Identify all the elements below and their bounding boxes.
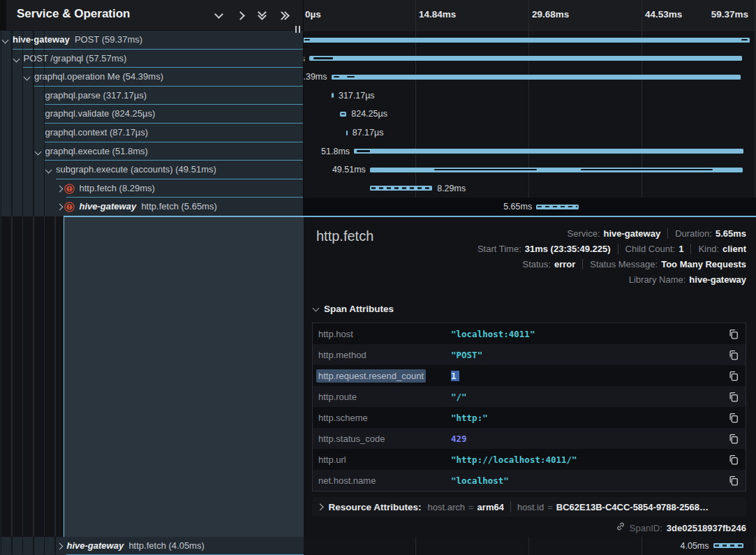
timeline-tick: 44.53ms bbox=[645, 9, 682, 20]
span-detail-panel: http.fetch Service:hive-gatewayDuration:… bbox=[304, 217, 756, 537]
tree-row[interactable]: subgraph.execute (accounts) (49.51ms) bbox=[0, 161, 304, 179]
meta-value: 5.65ms bbox=[716, 228, 746, 239]
resource-attribute: host.arch=arm64 bbox=[428, 502, 504, 512]
attribute-key: http.url bbox=[318, 454, 451, 465]
span-duration-label: 87.17µs bbox=[353, 128, 384, 138]
resource-attributes-row[interactable]: Resource Attributes: host.arch=arm64host… bbox=[312, 497, 746, 517]
span-attributes-header[interactable]: Span Attributes bbox=[313, 304, 394, 314]
meta-line: Start Time:31ms (23:35:49.225)Child Coun… bbox=[477, 241, 746, 256]
tree-row[interactable]: hive-gateway http.fetch (5.65ms) bbox=[0, 198, 304, 216]
panel-resize-handle[interactable] bbox=[295, 26, 300, 33]
copy-icon[interactable] bbox=[726, 371, 739, 381]
chevron-down-icon[interactable] bbox=[214, 10, 223, 20]
attribute-key: http.status_code bbox=[318, 434, 451, 444]
attribute-key: http.scheme bbox=[318, 413, 451, 423]
tree-row[interactable]: http.fetch (8.29ms) bbox=[0, 179, 304, 198]
error-icon bbox=[64, 202, 75, 215]
meta-value: 31ms (23:35:49.225) bbox=[525, 244, 611, 254]
tree-row[interactable]: graphql.validate (824.25µs) bbox=[0, 105, 304, 124]
copy-icon[interactable] bbox=[726, 392, 739, 402]
chevron-right-icon[interactable] bbox=[56, 185, 63, 192]
child-span-mark bbox=[304, 39, 310, 41]
meta-line: Service:hive-gatewayDuration:5.65ms bbox=[477, 225, 746, 241]
copy-icon[interactable] bbox=[726, 454, 739, 465]
span-name: graphql.validate (824.25µs) bbox=[45, 108, 156, 119]
resource-value: BC62E13B-C4CC-5854-9788-2568… bbox=[556, 502, 709, 512]
span-name: graphql.operation Me (54.39ms) bbox=[34, 71, 163, 82]
copy-icon[interactable] bbox=[726, 329, 739, 339]
meta-divider bbox=[690, 244, 691, 254]
double-chevron-down-icon[interactable] bbox=[257, 10, 267, 20]
meta-line: Library Name:hive-gateway bbox=[477, 272, 746, 287]
link-icon[interactable] bbox=[616, 521, 625, 534]
attribute-row: net.host.name"localhost" bbox=[313, 470, 746, 491]
copy-icon[interactable] bbox=[726, 413, 739, 423]
copy-icon[interactable] bbox=[726, 434, 739, 444]
span-name: http.fetch (5.65ms) bbox=[141, 201, 216, 212]
child-span-mark bbox=[434, 169, 538, 171]
meta-label: Duration: bbox=[675, 228, 712, 239]
meta-line: Status:errorStatus Message:Too Many Requ… bbox=[477, 256, 746, 272]
meta-value: 1 bbox=[679, 244, 683, 254]
tree-row[interactable]: POST /graphql (57.57ms) bbox=[0, 50, 304, 68]
span-name: subgraph.execute (accounts) (49.51ms) bbox=[56, 164, 216, 175]
span-bar[interactable] bbox=[303, 38, 750, 43]
chevron-down-icon[interactable] bbox=[34, 148, 41, 155]
span-bar[interactable] bbox=[332, 93, 334, 98]
span-name: http.fetch (4.05ms) bbox=[128, 540, 204, 551]
equals-sign: = bbox=[468, 502, 474, 512]
meta-label: Start Time: bbox=[477, 244, 521, 254]
chevron-right-icon[interactable] bbox=[56, 204, 63, 211]
chevron-down-icon[interactable] bbox=[24, 74, 31, 81]
tree-row[interactable]: hive-gateway http.fetch (4.05ms) bbox=[0, 537, 304, 555]
span-bar[interactable] bbox=[536, 205, 579, 209]
span-duration-label: 5.65ms bbox=[503, 202, 532, 212]
chevron-right-icon[interactable] bbox=[235, 10, 245, 20]
resource-key: host.arch bbox=[428, 502, 465, 512]
span-bar[interactable] bbox=[332, 75, 741, 80]
tree-row[interactable]: graphql.context (87.17µs) bbox=[0, 124, 304, 142]
span-service: hive-gateway bbox=[13, 34, 70, 45]
resource-divider bbox=[510, 501, 511, 512]
attribute-row: http.route"/" bbox=[313, 386, 746, 407]
span-bar[interactable] bbox=[370, 186, 432, 191]
chevron-down-icon[interactable] bbox=[2, 37, 9, 44]
span-name: graphql.parse (317.17µs) bbox=[45, 90, 147, 101]
span-bar[interactable] bbox=[346, 131, 348, 135]
copy-icon[interactable] bbox=[726, 475, 739, 486]
tree-row[interactable]: hive-gateway POST (59.37ms) bbox=[0, 31, 304, 50]
attribute-key: net.host.name bbox=[318, 475, 451, 486]
span-bar[interactable] bbox=[340, 112, 346, 117]
resource-attribute: host.id=BC62E13B-C4CC-5854-9788-2568… bbox=[517, 502, 709, 512]
span-bar[interactable] bbox=[370, 168, 743, 172]
tree-row[interactable]: graphql.parse (317.17µs) bbox=[0, 87, 304, 105]
attribute-key: http.method bbox=[318, 350, 451, 360]
span-name: POST /graphql (57.57ms) bbox=[24, 53, 127, 64]
span-bar[interactable] bbox=[309, 56, 743, 61]
meta-value: Too Many Requests bbox=[661, 259, 746, 269]
chevron-down-icon[interactable] bbox=[13, 55, 20, 62]
tree-row[interactable]: graphql.operation Me (54.39ms) bbox=[0, 68, 304, 87]
chevron-right-icon[interactable] bbox=[56, 542, 63, 549]
tree-row[interactable]: graphql.execute (51.8ms) bbox=[0, 142, 304, 161]
meta-value: error bbox=[554, 259, 575, 269]
timeline-tick: 0µs bbox=[305, 9, 321, 20]
attribute-row: http.url"http://localhost:4011/" bbox=[313, 449, 746, 470]
meta-label: Kind: bbox=[698, 244, 719, 254]
meta-divider bbox=[618, 244, 618, 254]
attribute-row: http.method"POST" bbox=[313, 344, 746, 365]
copy-icon[interactable] bbox=[726, 350, 739, 360]
span-bar[interactable] bbox=[354, 149, 743, 154]
indent-guides bbox=[1, 216, 56, 537]
span-meta: Service:hive-gatewayDuration:5.65msStart… bbox=[477, 225, 746, 287]
span-duration-label: 51.8ms bbox=[321, 147, 350, 156]
attribute-value: "POST" bbox=[451, 350, 726, 360]
span-bar[interactable] bbox=[713, 543, 744, 548]
meta-label: Library Name: bbox=[629, 274, 686, 285]
meta-label: Status: bbox=[523, 259, 551, 269]
span-attributes-table: http.host"localhost:4011"http.method"POS… bbox=[312, 323, 746, 491]
double-chevron-right-icon[interactable] bbox=[279, 10, 288, 20]
chevron-down-icon[interactable] bbox=[45, 167, 52, 174]
chevron-down-icon bbox=[313, 304, 320, 311]
attribute-key: http.request.resend_count bbox=[318, 371, 451, 381]
